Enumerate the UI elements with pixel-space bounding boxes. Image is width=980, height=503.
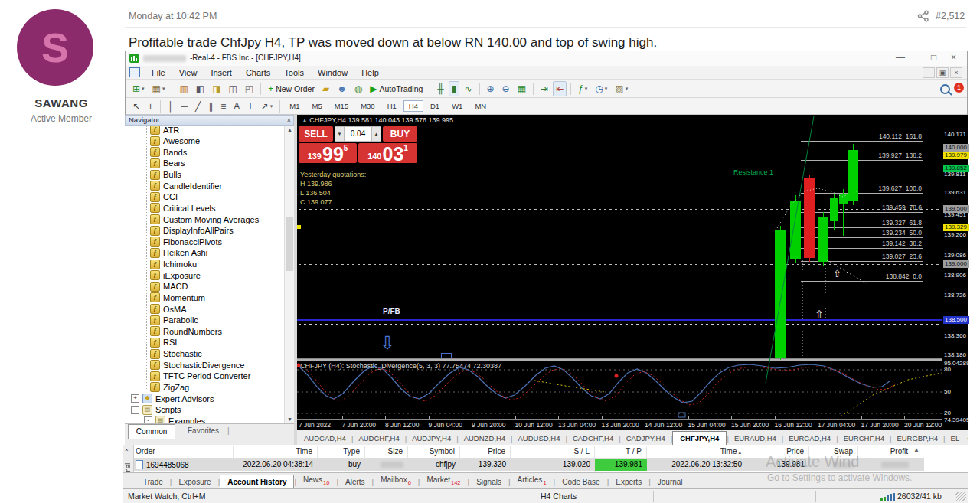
menu-insert[interactable]: Insert: [204, 68, 239, 77]
text-button[interactable]: A: [230, 99, 243, 114]
text-label-button[interactable]: T: [244, 99, 256, 114]
minimize-button[interactable]: —: [896, 52, 905, 63]
chart-tab-audcad-h4[interactable]: AUDCAD,H4: [299, 432, 351, 445]
nav-group-scripts[interactable]: -▤Scripts: [131, 404, 181, 416]
candle-chart-type-button[interactable]: ▮: [449, 81, 460, 96]
data-window-button[interactable]: ◧: [193, 81, 207, 96]
new-order-button[interactable]: +New Order: [265, 81, 318, 96]
chart-shift-button[interactable]: ⇤: [553, 81, 567, 96]
nav-item-cci[interactable]: ƒCCI: [150, 191, 178, 203]
status-profile[interactable]: H4 Charts: [541, 492, 577, 501]
chart-restore-icon[interactable]: ▣: [936, 67, 949, 78]
tree-expand-icon[interactable]: +: [131, 394, 139, 403]
crosshair-button[interactable]: +: [145, 99, 156, 114]
timeframe-w1[interactable]: W1: [446, 100, 468, 112]
nav-item-rsi[interactable]: ƒRSI: [150, 337, 177, 348]
indicators-list-button[interactable]: ƒ▾: [575, 81, 590, 96]
chart-tab-euraud-h4[interactable]: EURAUD,H4: [729, 432, 782, 445]
terminal-tab-market[interactable]: Market142: [420, 473, 467, 488]
timeframe-m5[interactable]: M5: [306, 100, 327, 112]
nav-item-bands[interactable]: ƒBands: [150, 146, 187, 158]
chart-tab-audchf-h4[interactable]: AUDCHF,H4: [353, 432, 404, 445]
nav-item-heiken-ashi[interactable]: ƒHeiken Ashi: [150, 247, 207, 259]
search-icon[interactable]: [940, 84, 950, 94]
nav-item-awesome[interactable]: ƒAwesome: [150, 136, 200, 147]
terminal-tab-account-history[interactable]: Account History: [220, 475, 294, 488]
tabs-scroll-left-icon[interactable]: ◂: [965, 434, 968, 445]
navigator-close-icon[interactable]: ×: [287, 116, 291, 125]
buy-button[interactable]: BUY: [383, 126, 417, 142]
menu-view[interactable]: View: [172, 68, 204, 77]
cursor-button[interactable]: ↖: [129, 99, 143, 114]
terminal-tab-alerts[interactable]: Alerts: [338, 475, 372, 488]
tree-expand-icon[interactable]: -: [144, 416, 152, 423]
nav-item-ichimoku[interactable]: ƒIchimoku: [150, 259, 197, 270]
nav-item-roundnumbers[interactable]: ƒRoundNumbers: [150, 325, 222, 337]
nav-item-stochastic[interactable]: ƒStochastic: [150, 348, 202, 360]
zoom-in-button[interactable]: ⊕: [484, 81, 498, 96]
navigator-panel-button[interactable]: ◨: [209, 81, 224, 96]
post-timestamp[interactable]: Monday at 10:42 PM: [129, 11, 217, 21]
spread-increase-icon[interactable]: ▲: [371, 126, 381, 142]
price-scale[interactable]: 140.171140.000139.979139.852139.811139.6…: [942, 115, 968, 430]
nav-item-zigzag[interactable]: ƒZigZag: [150, 381, 189, 393]
terminal-panel-button[interactable]: ◫: [225, 81, 240, 96]
table-scroll-up-icon[interactable]: ▲: [913, 446, 920, 453]
market-watch-button[interactable]: ▥: [176, 81, 191, 96]
autotrading-button[interactable]: ▶AutoTrading: [367, 81, 426, 96]
horizontal-line-button[interactable]: ─: [178, 99, 191, 114]
nav-item-atr[interactable]: ƒATR: [150, 126, 179, 136]
resize-grip[interactable]: [956, 492, 966, 501]
terminal-close-icon[interactable]: ×: [125, 446, 129, 453]
trendline-button[interactable]: ╱: [192, 99, 204, 114]
sell-button[interactable]: SELL: [299, 126, 333, 142]
chart-tab-audusd-h4[interactable]: AUDUSD,H4: [513, 432, 566, 445]
timeframe-d1[interactable]: D1: [425, 100, 445, 112]
auto-scroll-button[interactable]: ⇥: [537, 81, 551, 96]
menu-help[interactable]: Help: [354, 68, 386, 77]
column-header-type[interactable]: Type: [318, 446, 365, 458]
spread-decrease-icon[interactable]: ▼: [335, 126, 345, 142]
buy-price[interactable]: 140 03 1: [358, 143, 417, 163]
column-header-order[interactable]: Order: [134, 446, 234, 458]
scroll-up-icon[interactable]: ▲: [287, 127, 292, 132]
templates-button[interactable]: ▨▾: [612, 81, 631, 96]
chart-minimize-icon[interactable]: –: [923, 67, 935, 78]
periods-list-button[interactable]: ◷▾: [592, 81, 610, 96]
nav-item-tftc-period-converter[interactable]: ƒTFTC Period Converter: [150, 371, 250, 382]
sell-price[interactable]: 139 99 5: [299, 143, 357, 163]
terminal-tab-code-base[interactable]: Code Base: [555, 475, 606, 488]
arrows-button[interactable]: ↗▾: [258, 99, 276, 114]
nav-item-custom-moving-averages[interactable]: ƒCustom Moving Averages: [150, 214, 259, 225]
chart-tab-chfjpy-h4[interactable]: CHFJPY,H4: [672, 431, 727, 445]
vertical-line-button[interactable]: │: [165, 99, 177, 114]
nav-item-displayinfoallpairs[interactable]: ƒDisplayInfoAllPairs: [150, 225, 234, 237]
scrollbar-thumb[interactable]: [286, 217, 293, 271]
column-header-profit[interactable]: Profit: [858, 446, 913, 458]
navigator-header[interactable]: Navigator×: [125, 115, 294, 126]
chart-area[interactable]: ▲ CHFJPY,H4 139.581 140.043 139.576 139.…: [297, 115, 942, 430]
tree-expand-icon[interactable]: -: [131, 406, 139, 414]
chart-close-icon[interactable]: ×: [950, 67, 962, 78]
terminal-tab-trade[interactable]: Trade: [136, 475, 170, 488]
terminal-tab-journal[interactable]: Journal: [651, 475, 690, 488]
close-button[interactable]: ×: [951, 52, 956, 63]
author-name[interactable]: SAWANG: [0, 96, 122, 109]
terminal-tab-mailbox[interactable]: Mailbox6: [374, 473, 418, 488]
bar-chart-type-button[interactable]: ╫: [434, 81, 447, 96]
avatar[interactable]: S: [17, 9, 93, 86]
timeframe-h1[interactable]: H1: [382, 100, 402, 112]
menu-window[interactable]: Window: [311, 68, 354, 77]
nav-group-expert-advisors[interactable]: +◆Expert Advisors: [131, 393, 214, 404]
indicator-splitter[interactable]: [297, 358, 942, 361]
notification-badge[interactable]: 1: [954, 83, 964, 93]
nav-item-fibonaccipivots[interactable]: ƒFibonacciPivots: [150, 236, 222, 247]
chart-tab-eurchf-h4[interactable]: EURCHF,H4: [838, 432, 890, 445]
terminal-tab-news[interactable]: News10: [296, 473, 336, 488]
timeframe-m1[interactable]: M1: [284, 100, 305, 112]
timeframe-mn[interactable]: MN: [469, 100, 492, 112]
column-header-time[interactable]: Time: [234, 446, 318, 458]
terminal-tab-experts[interactable]: Experts: [609, 475, 648, 488]
nav-item-critical-levels[interactable]: ƒCritical Levels: [150, 202, 215, 214]
line-chart-type-button[interactable]: ∿: [461, 81, 475, 96]
